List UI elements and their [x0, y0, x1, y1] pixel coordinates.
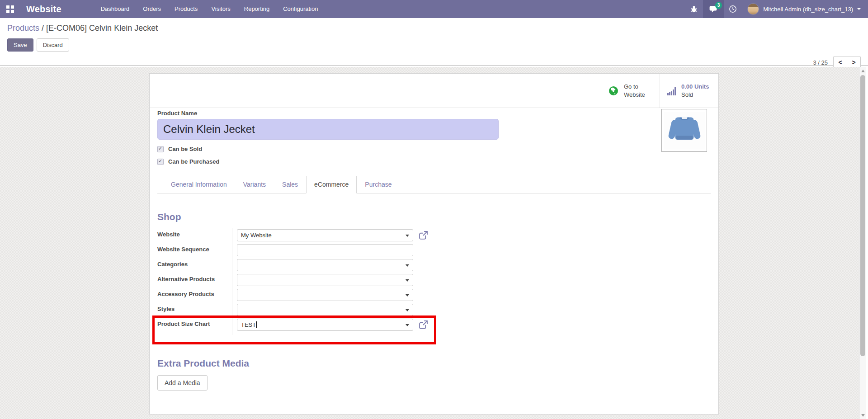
breadcrumb-products-link[interactable]: Products: [7, 24, 39, 33]
form-view-container: Go to Website 0.00 Units Sold: [0, 67, 868, 419]
website-external-link-button[interactable]: [419, 231, 428, 240]
website-sequence-input[interactable]: [237, 244, 413, 256]
select-caret-icon: [406, 309, 409, 311]
text-cursor: [256, 321, 257, 328]
apps-grid-icon: [6, 5, 14, 13]
menu-item-reporting[interactable]: Reporting: [237, 0, 276, 18]
styles-select[interactable]: [237, 304, 413, 316]
apps-menu-button[interactable]: [0, 0, 20, 18]
shop-section: Shop Website My Website: [157, 212, 711, 347]
menu-item-configuration[interactable]: Configuration: [276, 0, 325, 18]
bar-chart-icon: [667, 86, 676, 95]
product-form-sheet: Go to Website 0.00 Units Sold: [149, 73, 719, 414]
select-caret-icon: [406, 294, 409, 297]
activities-button[interactable]: [724, 0, 742, 18]
product-name-label: Product Name: [157, 110, 711, 117]
accessory-products-label: Accessory Products: [157, 287, 232, 297]
accessory-products-field-row: Accessory Products: [157, 287, 442, 302]
bug-icon: [690, 5, 698, 13]
website-select[interactable]: My Website: [237, 229, 413, 241]
units-sold-text: 0.00 Units Sold: [681, 83, 709, 99]
chevron-down-icon: [857, 8, 861, 10]
menu-item-orders[interactable]: Orders: [136, 0, 168, 18]
product-size-chart-value: TEST: [241, 321, 256, 328]
tab-variants[interactable]: Variants: [235, 176, 274, 193]
accessory-products-select[interactable]: [237, 289, 413, 301]
scrollbar-up-arrow-icon[interactable]: [861, 70, 865, 72]
can-be-sold-checkbox[interactable]: [157, 146, 164, 152]
stat-button-box: Go to Website 0.00 Units Sold: [150, 74, 718, 108]
control-panel: Products / [E-COM06] Celvin Klein Jecket…: [0, 18, 868, 66]
extra-product-media-title: Extra Product Media: [157, 358, 711, 369]
app-brand-title: Website: [26, 4, 61, 14]
extra-product-media-section: Extra Product Media Add a Media: [157, 358, 711, 391]
can-be-purchased-label: Can be Purchased: [168, 158, 219, 165]
product-size-chart-select[interactable]: TEST: [237, 319, 413, 331]
product-name-value: Celvin Klein Jecket: [163, 123, 255, 136]
select-caret-icon: [406, 264, 409, 267]
can-be-sold-row: Can be Sold: [157, 146, 711, 152]
messages-button[interactable]: 3: [703, 0, 724, 18]
product-size-chart-highlight-area: Product Size Chart TEST: [157, 317, 442, 347]
alternative-products-select[interactable]: [237, 274, 413, 286]
menu-item-visitors[interactable]: Visitors: [204, 0, 237, 18]
can-be-purchased-checkbox[interactable]: [157, 159, 164, 165]
globe-icon: [609, 86, 618, 96]
website-label: Website: [157, 228, 232, 238]
alternative-products-label: Alternative Products: [157, 273, 232, 282]
tab-general-information[interactable]: General Information: [163, 176, 235, 193]
vertical-scrollbar[interactable]: [859, 67, 866, 419]
notebook-tabs: General Information Variants Sales eComm…: [157, 176, 711, 193]
tab-purchase[interactable]: Purchase: [357, 176, 400, 193]
top-navbar: Website Dashboard Orders Products Visito…: [0, 0, 868, 18]
select-caret-icon: [406, 324, 409, 326]
shop-field-group: Website My Website: [157, 228, 711, 347]
user-avatar: [747, 3, 759, 15]
sheet-body: Product Name Celvin Klein Jecket Can be …: [150, 108, 718, 391]
messages-count-badge: 3: [715, 2, 722, 9]
chevron-left-icon: <: [838, 59, 842, 66]
select-caret-icon: [406, 235, 409, 237]
product-name-input[interactable]: Celvin Klein Jecket: [157, 119, 499, 140]
page-right-margin: [866, 67, 868, 419]
styles-field-row: Styles: [157, 302, 442, 317]
menu-item-dashboard[interactable]: Dashboard: [94, 0, 137, 18]
scrollbar-thumb[interactable]: [860, 75, 865, 356]
units-sold-label: Sold: [681, 91, 709, 99]
units-sold-stat-button[interactable]: 0.00 Units Sold: [660, 74, 718, 108]
product-size-chart-field-row: Product Size Chart TEST: [157, 317, 442, 332]
add-a-media-button[interactable]: Add a Media: [157, 375, 208, 391]
alternative-products-field-row: Alternative Products: [157, 273, 442, 287]
user-name: Mitchell Admin (db_size_chart_13): [763, 6, 853, 13]
menu-item-products[interactable]: Products: [168, 0, 204, 18]
debug-mode-button[interactable]: [685, 0, 703, 18]
user-menu[interactable]: Mitchell Admin (db_size_chart_13): [742, 3, 868, 15]
select-caret-icon: [406, 279, 409, 282]
main-menu: Dashboard Orders Products Visitors Repor…: [94, 0, 325, 18]
discard-button[interactable]: Discard: [37, 38, 69, 52]
navbar-right-systray: 3 Mitchell Admin (db_size_chart_13): [685, 0, 868, 18]
units-sold-value: 0.00 Units: [681, 83, 709, 91]
group-separator-row: [157, 332, 442, 347]
breadcrumb-separator: /: [42, 24, 44, 33]
save-button[interactable]: Save: [7, 38, 33, 52]
go-to-website-label: Go to Website: [624, 83, 645, 99]
external-link-icon: [419, 320, 428, 329]
can-be-sold-label: Can be Sold: [168, 146, 202, 152]
clock-icon: [729, 5, 737, 13]
categories-label: Categories: [157, 258, 232, 268]
can-be-purchased-row: Can be Purchased: [157, 158, 711, 165]
tab-sales[interactable]: Sales: [274, 176, 306, 193]
tab-ecommerce[interactable]: eCommerce: [306, 176, 357, 193]
pager-count: 3 / 25: [813, 59, 828, 66]
categories-select[interactable]: [237, 259, 413, 271]
scrollbar-down-arrow-icon[interactable]: [861, 414, 865, 417]
product-size-chart-external-link-button[interactable]: [419, 320, 428, 329]
shop-section-title: Shop: [157, 212, 711, 222]
breadcrumb-current: [E-COM06] Celvin Klein Jecket: [46, 24, 158, 33]
styles-label: Styles: [157, 302, 232, 312]
website-sequence-field-row: Website Sequence: [157, 243, 442, 258]
chevron-right-icon: >: [852, 59, 855, 66]
categories-field-row: Categories: [157, 258, 442, 273]
go-to-website-button[interactable]: Go to Website: [601, 74, 660, 108]
